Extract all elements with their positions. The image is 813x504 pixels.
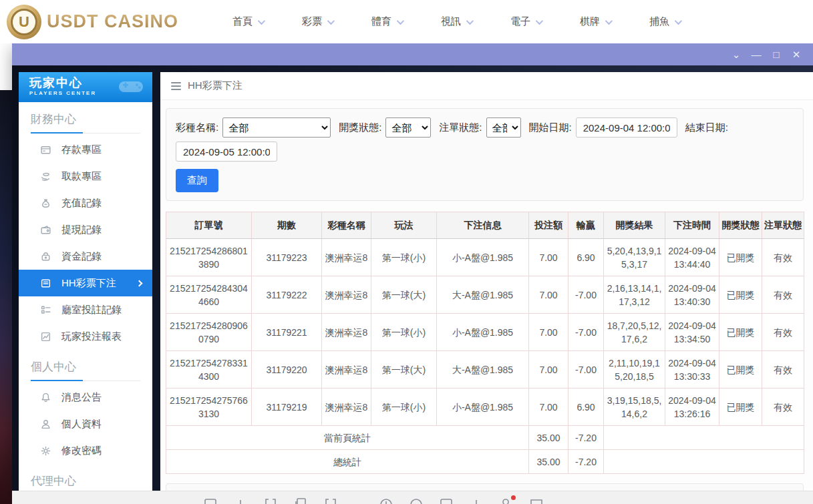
plus-icon[interactable] [232,497,249,504]
table-row: 215217254284304466031179222澳洲幸运8第一球(大)大-… [166,276,804,314]
sidebar-item-label: 資金記錄 [61,250,102,263]
background-art [0,90,12,504]
table-cell: 2024-09-04 13:40:30 [665,276,719,314]
nav-item-label: 棋牌 [580,15,600,28]
nav-item-2[interactable]: 體育 [352,15,422,28]
close-button[interactable]: ✕ [786,43,806,65]
nav-item-label: 電子 [510,15,530,28]
start-date-label: 開始日期: [529,121,572,134]
brand-logo-icon: U [7,5,41,39]
chart-icon [40,331,51,342]
sidebar-item-1-0[interactable]: 消息公告 [19,384,152,411]
table-cell: 有效 [762,239,804,276]
table-cell: 6.90 [568,239,604,276]
nav-item-6[interactable]: 捕魚 [630,15,699,28]
sidebar-item-0-2[interactable]: 充值記錄 [19,190,152,216]
plus-icon[interactable] [468,497,484,504]
sidebar-item-0-6[interactable]: 廳室投註記錄 [19,296,152,323]
column-header: 期數 [252,212,322,239]
circle-icon[interactable] [408,497,424,504]
table-cell: 已開獎 [719,276,762,314]
search-button[interactable]: 查詢 [176,169,218,192]
wallet-icon [40,224,51,236]
lottery-name-select[interactable]: 全部 [222,117,331,138]
summary-winloss-total: -7.20 [568,426,604,450]
breadcrumb: HH彩票下注 [160,72,813,100]
sidebar-item-1-2[interactable]: 修改密碼 [19,437,152,464]
section-underline [31,130,140,134]
summary-bet-total: 35.00 [529,426,568,450]
summary-label: 當前頁統計 [166,426,529,450]
table-header-row: 訂單號期數彩種名稱玩法下注信息投注額輸贏開獎結果下注時間開獎狀態注單狀態 [166,212,804,239]
nav-item-label: 體育 [371,15,391,28]
nav-item-label: 彩票 [302,15,322,28]
window-icon[interactable] [438,497,454,504]
pagination-bar: 每頁顯示20條 共5条 首页 上一页 [1] 下一页 第 页 跳转 [166,483,804,491]
user-notification-icon[interactable] [498,497,514,504]
clock-icon[interactable] [378,497,394,504]
tray-icon[interactable] [528,497,544,504]
document-icon [40,278,51,289]
table-cell: 第一球(小) [371,389,437,426]
table-cell: 有效 [762,314,804,351]
sidebar: 玩家中心 PLAYERS CENTER 財務中心存款專區取款專區充值記錄提現記錄… [19,72,152,491]
start-date-input[interactable] [576,117,677,138]
nav-item-label: 首頁 [232,15,253,28]
sidebar-item-0-0[interactable]: 存款專區 [19,136,152,163]
table-cell: 小-A盤@1.985 [437,389,529,426]
table-cell: -7.00 [568,314,604,351]
nav-item-0[interactable]: 首頁 [213,15,283,28]
table-cell: 2024-09-04 13:26:16 [665,389,719,426]
minimize-button[interactable]: — [746,43,766,65]
card-icon [40,144,51,156]
table-cell: 5,20,4,13,9,15,3,17 [604,239,665,276]
sidebar-item-0-5[interactable]: HH彩票下注 [19,270,152,296]
sidebar-item-0-7[interactable]: 玩家投注報表 [19,323,152,350]
filter-panel: 彩種名稱: 全部 開獎狀態: 全部 注單狀態: 全部 開始日期: 結束日期: [166,108,804,201]
nav-item-5[interactable]: 棋牌 [560,15,630,28]
summary-empty-cell [604,450,804,474]
menu-icon[interactable] [171,82,181,90]
draw-status-select[interactable]: 全部 [385,117,431,138]
table-cell: 已開獎 [719,389,762,426]
nav-item-4[interactable]: 電子 [491,15,560,28]
chevron-down-icon [258,17,265,24]
sidebar-item-0-3[interactable]: 提現記錄 [19,216,152,243]
table-cell: 2024-09-04 13:30:33 [665,351,719,389]
footer-strip [12,491,813,504]
table-cell: 2,16,13,14,1,17,3,12 [604,276,665,314]
table-cell: 已開獎 [719,314,762,351]
brackets-icon[interactable] [263,497,279,504]
sidebar-item-0-4[interactable]: 資金記錄 [19,243,152,270]
order-status-select[interactable]: 全部 [486,117,521,138]
table-cell: 6.90 [568,389,604,426]
table-cell: 第一球(小) [371,239,437,276]
column-header: 注單狀態 [762,212,804,239]
sidebar-item-0-1[interactable]: 取款專區 [19,163,152,190]
column-header: 下注時間 [665,212,719,239]
draw-status-label: 開獎狀態: [339,121,381,134]
table-cell: 大-A盤@1.985 [437,351,529,389]
copy-icon[interactable] [293,497,309,504]
sidebar-item-1-1[interactable]: 個人資料 [19,411,152,437]
collapse-button[interactable]: ⌄ [726,43,746,65]
chevron-down-icon [466,17,474,24]
column-header: 開獎結果 [604,212,665,239]
table-cell: 2152172542843044660 [166,276,252,314]
bell-icon [40,392,51,403]
table-cell: 18,7,20,5,12,17,6,2 [604,314,665,351]
moneybag-icon [40,198,51,209]
table-cell: 已開獎 [719,351,762,389]
sidebar-header: 玩家中心 PLAYERS CENTER [19,72,152,102]
brand-logo[interactable]: U USDT CASINO [7,5,178,39]
table-cell: 31179223 [252,239,322,276]
nav-item-1[interactable]: 彩票 [283,15,352,28]
brackets-icon[interactable] [323,497,339,504]
brand-name: USDT CASINO [47,11,178,32]
end-date-input[interactable] [176,142,277,162]
section-underline [31,377,140,381]
nav-item-3[interactable]: 視訊 [422,15,491,28]
column-header: 玩法 [371,212,437,239]
window-icon[interactable] [202,497,218,504]
maximize-button[interactable]: □ [766,43,786,65]
